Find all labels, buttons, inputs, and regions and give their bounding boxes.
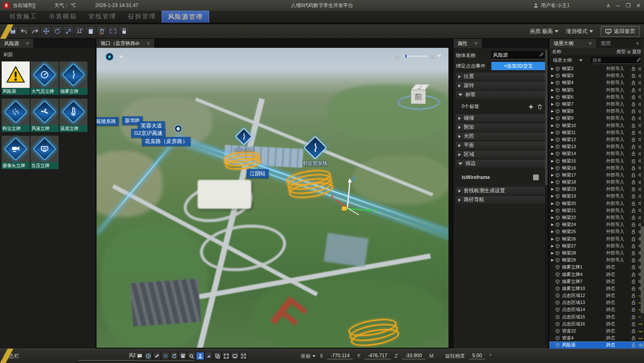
risk-item-7[interactable]: 摄像头立牌 [2,136,30,169]
clipboard-button[interactable] [85,26,96,37]
outline-row[interactable]: ▶钢梁9外部导入 [550,115,644,122]
risk-zone-coil[interactable] [224,152,262,172]
unlock-icon[interactable] [630,279,637,284]
outline-row[interactable]: ▶钢梁28外部导入 [550,250,644,257]
section-碰撞[interactable]: 碰撞 [456,114,545,122]
delete-button[interactable] [97,26,107,37]
eye-open-icon[interactable] [637,343,644,348]
expand-arrow-icon[interactable]: ▶ [551,124,555,127]
close-icon[interactable]: ✕ [588,41,592,46]
expand-arrow-icon[interactable]: ▶ [551,180,555,184]
drop-button[interactable] [74,26,85,37]
outline-row[interactable]: ▶钢梁29外部导入 [550,257,644,264]
section-射线检测生成设置[interactable]: 射线检测生成设置 [456,187,545,195]
outline-scrollbar[interactable] [641,39,644,322]
outline-row[interactable]: 管道22静态 [550,328,644,335]
scene-3d[interactable]: F 延陵东路新华路芙蓉大道G2京沪高速花东路（皮弄路）江阴站 邻近营业线 [97,48,448,348]
outline-row[interactable]: 点击区域16静态 [550,321,644,328]
unlock-icon[interactable] [630,144,637,149]
maximize-button[interactable]: ❐ [625,2,630,9]
expand-arrow-icon[interactable]: ▶ [551,230,555,233]
refresh-link[interactable]: 刷新 [3,51,94,58]
unlock-icon[interactable] [630,194,637,198]
expand-arrow-icon[interactable]: ▶ [551,138,555,141]
expand-arrow-icon[interactable]: ▶ [551,258,555,262]
unlock-icon[interactable] [630,95,637,99]
column-name[interactable]: 名称 [552,49,561,55]
risk-item-2[interactable]: 大气压立牌 [31,61,59,95]
unlock-icon[interactable] [630,166,637,170]
outline-row[interactable]: ▶钢梁14外部导入 [550,150,644,157]
return-home-button[interactable]: 返回首页 [601,26,640,37]
unlock-icon[interactable] [630,244,637,248]
unlock-icon[interactable] [630,336,637,340]
cube-face-front[interactable]: 前 [411,90,426,104]
navigation-cube[interactable]: 上 前 西 东 南 [397,82,442,113]
unlock-icon[interactable] [630,173,637,177]
search-input[interactable]: 搜索 [591,57,642,64]
section-描边[interactable]: 描边 [456,160,545,167]
expand-arrow-icon[interactable]: ▶ [551,237,555,241]
outline-row[interactable]: ▶钢梁3外部导入 [550,72,644,79]
expand-arrow-icon[interactable]: ▶ [551,109,555,113]
unlock-icon[interactable] [630,187,637,191]
scale-button[interactable] [63,26,73,37]
unlock-icon[interactable] [630,293,637,298]
tab-properties[interactable]: 属性✕ [453,39,482,48]
expand-arrow-icon[interactable]: ▶ [551,131,555,134]
outline-row[interactable]: 点击区域13静态 [550,299,644,306]
unlock-icon[interactable] [630,88,637,92]
outline-row[interactable]: ▶钢梁11外部导入 [550,129,644,136]
undo-button[interactable] [19,26,29,37]
risk-item-1[interactable]: 风险源 [2,61,30,95]
expand-arrow-icon[interactable]: ▶ [551,116,555,120]
unlock-icon[interactable] [630,222,637,227]
refresh-button[interactable] [108,26,118,37]
outline-row[interactable]: ▶钢梁22外部导入 [550,214,644,221]
risk-item-5[interactable]: 风速立牌 [31,99,59,132]
expand-arrow-icon[interactable]: ▶ [551,216,555,219]
unlock-icon[interactable] [630,102,637,106]
outline-row[interactable]: 点击区域12静态 [550,292,644,299]
magnifier-tool-button[interactable] [187,352,196,360]
grid-select-tool-button[interactable] [161,352,170,360]
transform-gizmo[interactable]: Z X Y [330,175,388,218]
lock-button[interactable] [119,26,129,37]
unlock-icon[interactable] [630,80,637,85]
expand-arrow-icon[interactable]: ▶ [551,251,555,255]
section-平面[interactable]: 平面 [456,141,545,149]
outline-row[interactable]: ▶钢梁5外部导入 [550,87,644,94]
prism-tool-button[interactable] [205,352,213,360]
nav-tab-1[interactable]: 邻营施工 [3,11,43,23]
chevron-down-icon[interactable] [119,56,123,58]
section-旋转[interactable]: 旋转 [456,82,545,90]
section-标签[interactable]: 标签 [456,91,545,99]
photo-pin-marker[interactable] [174,125,182,133]
nav-tab-4[interactable]: 征拆管理 [122,11,162,23]
unlock-icon[interactable] [630,307,637,312]
outline-row[interactable]: 管道4静态 [550,335,644,342]
unlock-icon[interactable] [630,208,637,213]
outline-row[interactable]: 点击区域15静态 [550,314,644,321]
expand-arrow-icon[interactable]: ▶ [551,187,555,191]
viewport-location-control[interactable] [106,53,123,61]
quality-dropdown[interactable]: 画质:极高 [530,28,559,35]
unlock-icon[interactable] [630,137,637,142]
section-位置[interactable]: 位置 [456,73,545,80]
outline-row[interactable]: ▶钢梁17外部导入 [550,172,644,179]
eye-closed-icon[interactable] [637,329,644,334]
expand-arrow-icon[interactable]: ▶ [551,159,555,163]
eye-closed-icon[interactable] [637,321,644,326]
unlock-icon[interactable] [630,116,637,120]
expand-arrow-icon[interactable]: ▶ [551,145,555,148]
expand-arrow-icon[interactable]: ▶ [551,166,555,170]
risk-item-8[interactable]: 负压立牌 [31,136,59,169]
layers-tool-button[interactable]: b [213,352,222,360]
outline-row[interactable]: 点击区域14静态 [550,306,644,313]
chat-tool-button[interactable] [135,352,144,360]
unlock-icon[interactable] [630,180,637,184]
column-visibility[interactable]: 显隐 [632,49,642,55]
outline-row[interactable]: ▶钢梁13外部导入 [550,143,644,150]
risk-item-4[interactable]: 粉尘立牌 [2,99,30,132]
properties-scrollbar[interactable] [545,49,547,346]
